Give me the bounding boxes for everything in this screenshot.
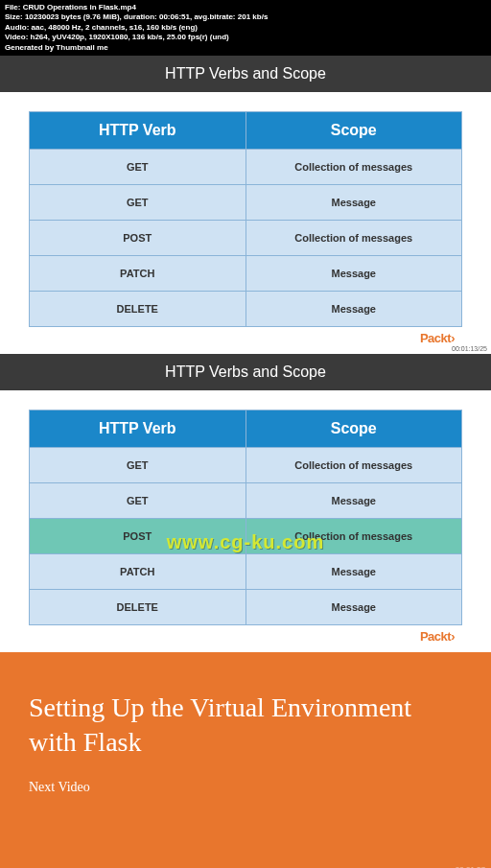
table-row: PATCHMessage — [30, 255, 462, 291]
table-header-verb: HTTP Verb — [30, 410, 246, 447]
table-header-verb: HTTP Verb — [30, 111, 246, 149]
meta-video: Video: h264, yUV420p, 1920X1080, 136 kb/… — [5, 33, 486, 42]
table-row: GETCollection of messages — [30, 149, 462, 184]
next-video-title: Setting Up the Virtual Environment with … — [29, 691, 462, 761]
slide1-body: HTTP Verb Scope GETCollection of message… — [0, 92, 491, 354]
table-row-highlighted: POSTCollection of messages — [30, 518, 462, 553]
http-table-1: HTTP Verb Scope GETCollection of message… — [29, 111, 462, 327]
table-row: POSTCollection of messages — [30, 220, 462, 255]
slide2-title: HTTP Verbs and Scope — [0, 354, 491, 390]
meta-generated: Generated by Thumbnail me — [5, 43, 486, 53]
table-row: PATCHMessage — [30, 553, 462, 589]
table-header-scope: Scope — [246, 111, 462, 149]
table-header-scope: Scope — [246, 410, 462, 447]
meta-size: Size: 10230023 bytes (9.76 MiB), duratio… — [5, 12, 486, 22]
packt-logo: Packt› — [29, 327, 462, 349]
next-video-label: Next Video — [29, 780, 462, 795]
meta-audio: Audio: aac, 48000 Hz, 2 channels, s16, 1… — [5, 23, 486, 33]
http-table-2: HTTP Verb Scope GETCollection of message… — [29, 410, 462, 625]
table-row: GETCollection of messages — [30, 447, 462, 482]
file-metadata: File: CRUD Operations in Flask.mp4 Size:… — [0, 0, 491, 56]
table-row: DELETEMessage — [30, 589, 462, 624]
meta-file: File: CRUD Operations in Flask.mp4 — [5, 3, 486, 12]
table-row: GETMessage — [30, 184, 462, 220]
packt-logo: Packt› — [29, 625, 462, 647]
slide1-timestamp: 00:01:13/25 — [452, 345, 487, 352]
slide2-body: www.cg-ku.com HTTP Verb Scope GETCollect… — [0, 390, 491, 652]
next-video-slide: Setting Up the Virtual Environment with … — [0, 652, 491, 868]
table-row: DELETEMessage — [30, 291, 462, 326]
table-row: GETMessage — [30, 482, 462, 518]
slide1-title: HTTP Verbs and Scope — [0, 56, 491, 92]
